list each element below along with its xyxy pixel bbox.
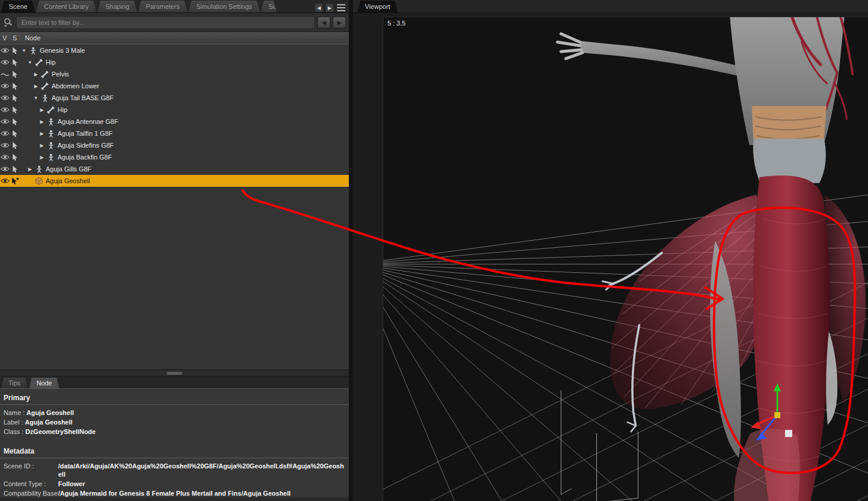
tab-su[interactable]: Su xyxy=(261,1,276,12)
field-class: Class :DzGeometryShellNode xyxy=(0,427,349,436)
gizmo-cube-icon[interactable] xyxy=(785,430,792,437)
bone-icon xyxy=(46,106,56,114)
expand-arrow-icon[interactable]: ▶ xyxy=(38,155,46,160)
visibility-eye-icon[interactable] xyxy=(0,47,10,53)
tree-row-aguja-tail-base-g8f[interactable]: ▼Aguja Tail BASE G8F xyxy=(0,92,349,104)
tree-row-pelvis[interactable]: ▶Pelvis xyxy=(0,68,349,80)
left-tabbar: SceneContent LibraryShapingParametersSim… xyxy=(0,0,349,13)
visibility-eye-icon[interactable] xyxy=(0,178,10,184)
bone-icon xyxy=(40,71,50,78)
tab-tips[interactable]: Tips xyxy=(1,378,27,388)
figure-icon xyxy=(34,165,44,173)
selectable-pointer-icon[interactable] xyxy=(10,165,20,173)
visibility-eye-icon[interactable] xyxy=(0,119,10,125)
tree-row-aguja-sidefins-g8f[interactable]: ▶Aguja Sidefins G8F xyxy=(0,139,349,151)
expand-arrow-icon[interactable]: ▶ xyxy=(38,119,46,125)
expand-arrow-icon[interactable]: ▼ xyxy=(32,95,40,101)
visibility-eye-icon[interactable] xyxy=(0,59,10,65)
bone-icon xyxy=(40,82,50,90)
node-label: Aguja Sidefins G8F xyxy=(58,142,114,149)
tree-row-hip[interactable]: ▶Hip xyxy=(0,104,349,116)
tree-row-genesis-3-male[interactable]: ▼Genesis 3 Male xyxy=(0,44,349,56)
node-label: Aguja Tailfin 1 G8F xyxy=(58,130,113,137)
expand-arrow-icon[interactable]: ▶ xyxy=(38,143,46,148)
tree-row-abdomen-lower[interactable]: ▶Abdomen Lower xyxy=(0,80,349,92)
scene-pane: SceneContent LibraryShapingParametersSim… xyxy=(0,0,353,501)
field-scene-id: Scene ID :/data/Arki/Aguja/AK%20Aguja%20… xyxy=(0,461,349,479)
tab-scroll-right-button[interactable]: ▶ xyxy=(325,3,334,12)
tree-row-aguja-tailfin-1-g8f[interactable]: ▶Aguja Tailfin 1 G8F xyxy=(0,127,349,139)
tree-column-header: V S Node xyxy=(0,32,349,44)
tab-scroll-left-button[interactable]: ◀ xyxy=(314,3,323,12)
node-label: Aguja Gills G8F xyxy=(46,165,91,173)
tab-viewport[interactable]: Viewport xyxy=(357,1,398,12)
filter-next-button[interactable]: ▶ xyxy=(333,17,346,28)
splitter-handle[interactable] xyxy=(0,369,349,376)
expand-arrow-icon[interactable]: ▶ xyxy=(38,107,46,113)
render-area[interactable]: 5 : 3.5 xyxy=(383,17,868,501)
panel-menu-icon[interactable] xyxy=(336,3,346,12)
selectable-pointer-icon[interactable] xyxy=(10,47,20,55)
filter-input[interactable] xyxy=(16,16,315,29)
expand-arrow-icon[interactable]: ▶ xyxy=(38,131,46,136)
visibility-eye-icon[interactable] xyxy=(0,142,10,148)
expand-arrow-icon[interactable]: ▶ xyxy=(32,72,40,77)
tab-content-library[interactable]: Content Library xyxy=(36,1,96,12)
selectable-pointer-icon[interactable] xyxy=(10,71,20,78)
column-visibility: V xyxy=(0,34,10,42)
selectable-pointer-icon[interactable] xyxy=(10,82,20,90)
viewport[interactable]: 5 : 3.5 xyxy=(353,13,868,501)
node-label: Genesis 3 Male xyxy=(40,47,85,54)
tab-parameters[interactable]: Parameters xyxy=(138,1,187,12)
visibility-eye-icon[interactable] xyxy=(0,166,10,172)
metadata-heading: Metadata xyxy=(0,443,349,458)
selectable-pointer-icon[interactable] xyxy=(10,130,20,138)
expand-arrow-icon[interactable]: ▶ xyxy=(26,167,34,172)
selectable-pointer-icon[interactable] xyxy=(10,142,20,149)
tab-shaping[interactable]: Shaping xyxy=(97,1,136,12)
selectable-pointer-icon[interactable] xyxy=(10,118,20,126)
figure-icon xyxy=(46,142,56,149)
search-icon[interactable] xyxy=(3,17,14,28)
selectable-pointer-icon[interactable] xyxy=(10,106,20,114)
visibility-eye-icon[interactable] xyxy=(0,107,10,113)
visibility-eye-icon[interactable] xyxy=(0,95,10,101)
figure-icon xyxy=(40,94,50,102)
column-selectability: S xyxy=(10,34,20,42)
tree-row-aguja-gills-g8f[interactable]: ▶Aguja Gills G8F xyxy=(0,163,349,175)
selectable-pointer-icon[interactable] xyxy=(10,59,20,66)
geoshell-icon xyxy=(34,177,44,185)
expand-arrow-icon[interactable]: ▼ xyxy=(20,48,28,53)
daz-studio-app: SceneContent LibraryShapingParametersSim… xyxy=(0,0,868,501)
scene-tree: ▼Genesis 3 Male▼Hip▶Pelvis▶Abdomen Lower… xyxy=(0,44,349,369)
selectable-pointer-icon[interactable] xyxy=(10,94,20,102)
node-label: Hip xyxy=(58,106,68,113)
tab-simulation-settings[interactable]: Simulation Settings xyxy=(189,1,260,12)
splitter-grip-icon xyxy=(167,372,182,375)
tabbar-extras: ◀ ▶ xyxy=(314,3,349,12)
visibility-eye-icon[interactable] xyxy=(0,130,10,136)
3d-scene xyxy=(383,17,868,501)
aspect-ratio-label: 5 : 3.5 xyxy=(387,20,406,27)
node-label: Pelvis xyxy=(52,71,69,78)
tree-row-aguja-antennae-g8f[interactable]: ▶Aguja Antennae G8F xyxy=(0,116,349,127)
tree-row-aguja-backfin-g8f[interactable]: ▶Aguja Backfin G8F xyxy=(0,151,349,163)
tab-scene[interactable]: Scene xyxy=(1,1,35,12)
node-label: Aguja Antennae G8F xyxy=(58,118,118,125)
visibility-eye-icon[interactable] xyxy=(0,71,10,77)
gizmo-center-icon[interactable] xyxy=(774,412,780,418)
node-label: Hip xyxy=(46,59,56,66)
node-label: Aguja Geoshell xyxy=(46,177,90,184)
selectable-pointer-icon[interactable] xyxy=(10,154,20,161)
tab-node[interactable]: Node xyxy=(29,378,59,388)
filter-prev-button[interactable]: ◀ xyxy=(317,17,330,28)
visibility-eye-icon[interactable] xyxy=(0,83,10,89)
column-node: Node xyxy=(20,34,349,42)
visibility-eye-icon[interactable] xyxy=(0,154,10,160)
selectable-pointer-icon[interactable] xyxy=(10,177,20,185)
tree-row-aguja-geoshell[interactable]: Aguja Geoshell xyxy=(0,175,349,187)
expand-arrow-icon[interactable]: ▼ xyxy=(26,60,34,65)
viewport-tabbar: Viewport xyxy=(353,0,868,13)
tree-row-hip[interactable]: ▼Hip xyxy=(0,56,349,68)
expand-arrow-icon[interactable]: ▶ xyxy=(32,84,40,89)
